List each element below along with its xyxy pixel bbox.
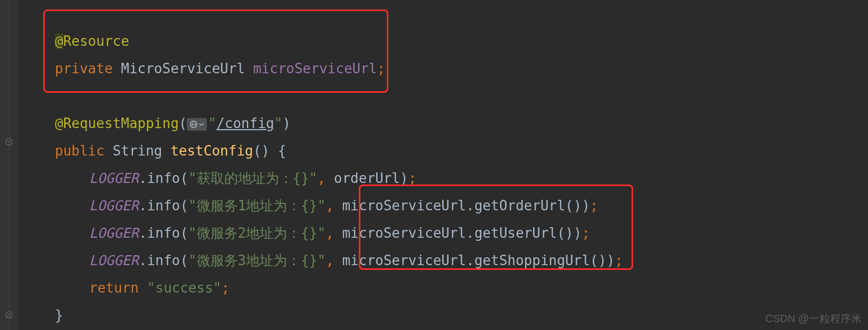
code-line: LOGGER.info("微服务3地址为：{}", microServiceUr… [18, 247, 868, 274]
method-call: info [147, 253, 180, 268]
string-quote: " [208, 115, 216, 131]
method-name: testConfig [170, 143, 253, 159]
annotation-requestmapping: @RequestMapping [55, 115, 179, 131]
brace-close: } [55, 307, 63, 323]
dot: . [466, 253, 474, 268]
keyword-private: private [55, 61, 113, 76]
string-literal: "微服务3地址为：{}" [188, 253, 326, 268]
method-call: getOrderUrl [474, 198, 565, 213]
semicolon: ; [377, 61, 386, 76]
dot: . [139, 225, 147, 241]
semicolon: ; [581, 225, 590, 241]
gutter-line [9, 0, 9, 330]
object-ref: microServiceUrl [342, 253, 466, 268]
code-line: private MicroServiceUrl microServiceUrl; [18, 55, 868, 82]
fold-toggle-icon[interactable] [5, 138, 13, 145]
code-line: @RequestMapping("/config") [18, 110, 868, 137]
dot: . [466, 198, 474, 213]
space [334, 225, 342, 241]
type-name: MicroServiceUrl [121, 61, 245, 76]
editor-gutter [0, 0, 18, 330]
argument: orderUrl [334, 170, 400, 186]
paren-close: ) [606, 253, 615, 268]
parens: () [253, 143, 270, 159]
method-call: info [147, 198, 180, 213]
parens: () [557, 225, 573, 241]
string-literal: "微服务1地址为：{}" [188, 198, 326, 213]
dot: . [139, 198, 147, 213]
paren-open: ( [180, 225, 188, 241]
code-line: @Resource [18, 27, 868, 55]
method-call: getShoppingUrl [474, 253, 590, 268]
comma: , [317, 170, 326, 186]
method-call: info [147, 225, 180, 241]
code-editor[interactable]: @Resource private MicroServiceUrl microS… [18, 0, 868, 330]
parens: () [565, 198, 581, 213]
annotation-at: @ [55, 33, 63, 49]
object-ref: microServiceUrl [342, 198, 466, 213]
space [334, 198, 342, 213]
object-ref: microServiceUrl [342, 225, 466, 241]
semicolon: ; [590, 198, 598, 213]
parens: () [590, 253, 606, 268]
dot: . [139, 170, 147, 186]
brace-open: { [270, 143, 286, 159]
string-literal: "微服务2地址为：{}" [188, 225, 326, 241]
static-field-logger: LOGGER [89, 253, 139, 268]
space [139, 280, 147, 296]
paren-open: ( [180, 170, 188, 186]
paren-open: ( [180, 253, 188, 268]
space [334, 253, 342, 268]
comma: , [326, 253, 334, 268]
comma: , [326, 225, 334, 241]
paren-close: ) [282, 115, 291, 131]
code-line: return "success"; [18, 274, 868, 302]
semicolon: ; [221, 280, 230, 296]
method-call: getUserUrl [474, 225, 557, 241]
comma: , [326, 198, 334, 213]
paren-close: ) [400, 170, 408, 186]
dot: . [139, 253, 147, 268]
watermark-text: CSDN @一粒程序米 [765, 312, 862, 326]
annotation-name: Resource [63, 33, 129, 49]
code-line: LOGGER.info("微服务2地址为：{}", microServiceUr… [18, 219, 868, 247]
keyword-public: public [55, 143, 104, 159]
url-globe-icon[interactable] [187, 118, 207, 131]
paren-open: ( [179, 115, 187, 131]
code-line: public String testConfig() { [18, 137, 868, 164]
keyword-return: return [89, 280, 139, 296]
static-field-logger: LOGGER [89, 225, 139, 241]
code-line: } [18, 302, 868, 329]
paren-close: ) [574, 225, 582, 241]
dot: . [466, 225, 474, 241]
code-line: LOGGER.info("获取的地址为：{}", orderUrl); [18, 164, 868, 192]
string-quote: " [274, 115, 283, 131]
return-type: String [113, 143, 163, 159]
url-path[interactable]: /config [216, 115, 274, 131]
field-name: microServiceUrl [253, 61, 377, 76]
semicolon: ; [408, 170, 417, 186]
paren-close: ) [581, 198, 590, 213]
method-call: info [147, 170, 180, 186]
static-field-logger: LOGGER [89, 170, 139, 186]
fold-toggle-icon[interactable] [5, 311, 13, 318]
space [326, 170, 334, 186]
paren-open: ( [180, 198, 188, 213]
semicolon: ; [615, 253, 623, 268]
static-field-logger: LOGGER [89, 198, 139, 213]
string-literal: "success" [147, 280, 222, 296]
code-line: LOGGER.info("微服务1地址为：{}", microServiceUr… [18, 192, 868, 219]
string-literal: "获取的地址为：{}" [188, 170, 318, 186]
